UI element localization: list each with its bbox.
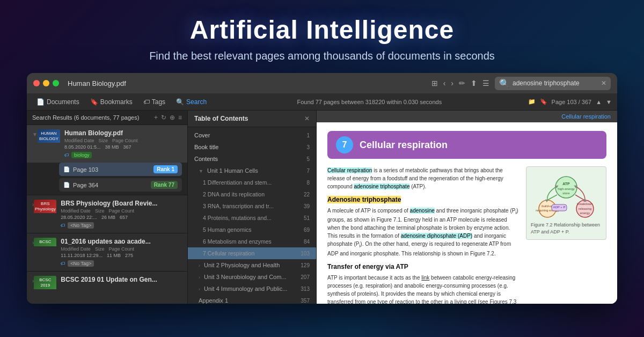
toc-contents[interactable]: Contents 5 <box>188 153 316 165</box>
toc-unit3[interactable]: › Unit 3 Neurobiology and Com... 207 <box>188 271 316 283</box>
share-icon[interactable]: ⬆ <box>471 79 477 87</box>
search-tab-icon: 🔍 <box>176 98 184 106</box>
search-icon: 🔍 <box>499 78 510 89</box>
hero-subtitle: Find the best relevant pages among thous… <box>11 50 633 62</box>
toolbar-status: Found 77 pages between 318220 within 0.0… <box>213 99 525 105</box>
doc-item-bcsc-2019: › BCSC 2019 BCSC 2019 01 Update on Gen..… <box>27 272 187 304</box>
doc-tag-01-2016[interactable]: <No Tag> <box>68 260 94 267</box>
doc-pages-human-biology: 📄 Page 103 Rank 1 📄 Page 364 Rank 77 <box>27 163 187 195</box>
toc-unit1[interactable]: ▼ Unit 1 Human Cells 7 <box>188 165 316 177</box>
toc-rna[interactable]: 3 RNA, transcription and tr... 39 <box>188 200 316 212</box>
section-heading-atp: Adenosine triphosphate <box>327 195 518 204</box>
doc-tag-biology[interactable]: biology <box>71 152 92 158</box>
nav-forward-icon[interactable]: › <box>451 79 453 87</box>
page-prev-icon[interactable]: ▲ <box>596 99 602 105</box>
search-clear-icon[interactable]: ✕ <box>601 79 606 87</box>
page-item-364[interactable]: 📄 Page 364 Rank 77 <box>59 178 182 192</box>
toc-book-title[interactable]: Book title 3 <box>188 141 316 153</box>
toc-dna[interactable]: 2 DNA and its replication 22 <box>188 188 316 200</box>
close-button[interactable] <box>33 80 40 86</box>
toc-unit2[interactable]: › Unit 2 Physiology and Health 129 <box>188 259 316 271</box>
pdf-header: Cellular respiration <box>317 111 617 122</box>
toc-expand-icon-unit4: › <box>199 287 200 292</box>
highlight-adp: adenosine diphosphate (ADP) <box>401 233 472 239</box>
tag-icon-01-2016: 🏷 <box>61 261 65 266</box>
toc-genomics[interactable]: 5 Human genomics 69 <box>188 224 316 236</box>
pdf-body: Cellular respiration is a series of meta… <box>327 166 606 304</box>
toc-cellular-respiration[interactable]: 7 Cellular respiration 103 <box>188 247 316 259</box>
toolbar-bookmarks-tab[interactable]: 🔖 Bookmarks <box>86 97 137 107</box>
svg-text:ATP: ATP <box>562 182 570 186</box>
search-results-label: Search Results (6 documents, 77 pages) <box>32 114 139 121</box>
doc-header-bcsc-2019[interactable]: › BCSC 2019 BCSC 2019 01 Update on Gen..… <box>27 272 187 304</box>
doc-info-01-2016: 01_2016 updates aao acade... Modified Da… <box>61 238 182 267</box>
page-item-103[interactable]: 📄 Page 103 Rank 1 <box>59 163 182 176</box>
pdf-panel: Cellular respiration 7 Cellular respirat… <box>317 111 617 304</box>
pdf-figure: ATP high-energy store build-up requiring… <box>526 166 606 304</box>
list-icon[interactable]: ☰ <box>482 79 489 87</box>
tags-icon: 🏷 <box>143 98 150 106</box>
nav-back-icon[interactable]: ‹ <box>443 79 446 87</box>
doc-modified: 8.05.2020 01:5... <box>64 144 101 150</box>
documents-icon: 📄 <box>36 98 45 106</box>
toc-expand-icon-unit2: › <box>199 263 200 268</box>
doc-thumbnail-01-2016: BCSC <box>34 238 56 266</box>
highlight-cellular-respiration: Cellular respiration <box>327 167 372 173</box>
svg-text:breakdown: breakdown <box>577 202 592 206</box>
toc-differentiation[interactable]: 1 Differentiation and stem... 8 <box>188 177 316 188</box>
page-label-103: Page 103 <box>73 166 98 173</box>
sidebar-toggle-icon[interactable]: ⊞ <box>431 79 438 87</box>
doc-header-01-2016[interactable]: › BCSC 01_2016 updates aao acade... Modi… <box>27 233 187 271</box>
sort-icon[interactable]: ≡ <box>178 114 182 121</box>
chapter-number: 7 <box>336 136 353 153</box>
traffic-lights <box>33 80 59 86</box>
toc-unit4[interactable]: › Unit 4 Immunology and Public... 313 <box>188 283 316 295</box>
search-input[interactable] <box>513 79 598 87</box>
toc-metabolism[interactable]: 6 Metabolism and enzymes 84 <box>188 236 316 247</box>
page-doc-icon: 📄 <box>63 166 70 172</box>
minimize-button[interactable] <box>43 80 49 86</box>
pdf-content[interactable]: 7 Cellular respiration Cellular respirat… <box>317 122 617 304</box>
left-panel-actions: + ↻ ⊕ ≡ <box>154 114 182 121</box>
doc-collapse-icon[interactable]: ▼ <box>32 131 38 137</box>
maximize-button[interactable] <box>53 80 59 86</box>
refresh-icon[interactable]: ↻ <box>161 114 166 121</box>
tag-icon-brs: 🏷 <box>61 223 65 228</box>
left-panel-header: Search Results (6 documents, 77 pages) +… <box>27 111 187 125</box>
toolbar-search-tab[interactable]: 🔍 Search <box>172 97 211 107</box>
search-bar: 🔍 ✕ <box>495 77 611 90</box>
toc-proteins[interactable]: 4 Proteins, mutations and... 51 <box>188 212 316 224</box>
filter-icon[interactable]: ⊕ <box>170 114 175 121</box>
doc-header-human-biology[interactable]: ▼ HUMAN BIOLOGY Human Biology.pdf Modifi… <box>27 125 187 163</box>
toolbar-right: 📁 🔖 Page 103 / 367 ▲ ▼ <box>528 98 612 105</box>
doc-item-brs: › BRS Physiology BRS Physiology (Board R… <box>27 195 187 233</box>
folder-icon[interactable]: 📁 <box>528 98 536 105</box>
title-bar: Human Biology.pdf ⊞ ‹ › ✏ ⬆ ☰ 🔍 ✕ <box>27 73 617 93</box>
doc-thumbnail-human-biology: HUMAN BIOLOGY <box>38 129 60 157</box>
toc-cover[interactable]: Cover 1 <box>188 129 316 141</box>
add-icon[interactable]: + <box>154 114 158 121</box>
toc-header: Table of Contents ✕ <box>188 111 316 127</box>
toc-close-button[interactable]: ✕ <box>304 115 310 122</box>
toolbar: 📄 Documents 🔖 Bookmarks 🏷 Tags 🔍 Search … <box>27 93 617 111</box>
svg-text:high-energy: high-energy <box>558 187 575 191</box>
bookmark-icon[interactable]: 🔖 <box>540 98 547 105</box>
toc-panel: Table of Contents ✕ Cover 1 Book title 3… <box>188 111 317 304</box>
toolbar-documents-tab[interactable]: 📄 Documents <box>32 97 84 107</box>
svg-text:ADP + P: ADP + P <box>553 206 565 209</box>
doc-thumbnail-bcsc-2019: BCSC 2019 <box>34 276 56 304</box>
window-filename: Human Biology.pdf <box>68 79 427 87</box>
toc-expand-icon: ▼ <box>199 169 203 174</box>
doc-tag-brs[interactable]: <No Tag> <box>68 222 94 229</box>
page-next-icon[interactable]: ▼ <box>606 99 612 105</box>
figure-caption: Figure 7.2 Relationship between ATP and … <box>531 222 602 235</box>
doc-item-human-biology: ▼ HUMAN BIOLOGY Human Biology.pdf Modifi… <box>27 125 187 195</box>
toc-appendix1[interactable]: Appendix 1 357 <box>188 295 316 304</box>
toolbar-tags-tab[interactable]: 🏷 Tags <box>139 97 170 107</box>
doc-item-01-2016: › BCSC 01_2016 updates aao acade... Modi… <box>27 233 187 272</box>
pdf-chapter-label: Cellular respiration <box>561 113 611 120</box>
highlight-adenosine-1: adenosine <box>410 208 435 214</box>
annotate-icon[interactable]: ✏ <box>459 79 465 87</box>
doc-header-brs[interactable]: › BRS Physiology BRS Physiology (Board R… <box>27 195 187 233</box>
figure-diagram: ATP high-energy store build-up requiring… <box>531 171 602 219</box>
